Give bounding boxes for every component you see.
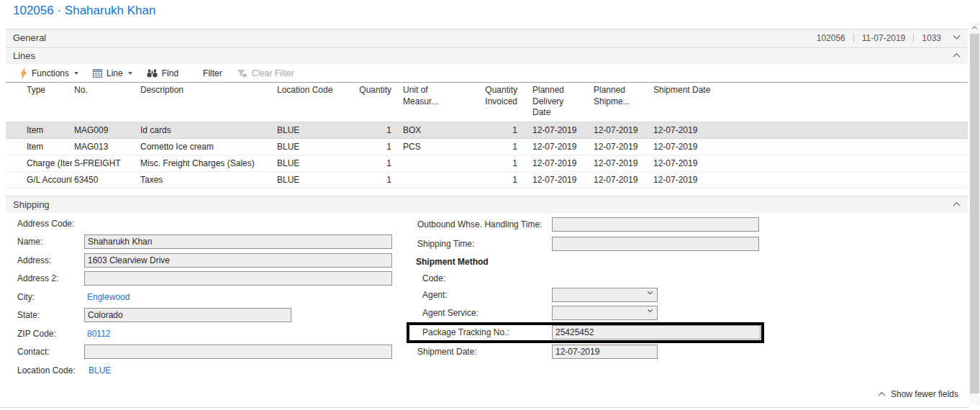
cell-description[interactable]: Cornetto Ice cream <box>138 138 275 155</box>
clear-filter-button[interactable]: Clear Filter <box>230 65 301 82</box>
outbound-handling-label: Outbound Whse. Handling Time: <box>417 219 552 229</box>
address2-field[interactable] <box>84 271 392 286</box>
cell-quantity-invoiced[interactable]: 1 <box>460 155 522 171</box>
chevron-up-icon <box>879 391 886 398</box>
cell-no[interactable]: 63450 <box>72 171 138 188</box>
column-header-quantity[interactable]: Quantity <box>340 83 396 122</box>
lines-toolbar: Functions Line Find Filter Clear Filter <box>6 65 968 83</box>
cell-planned-delivery-date[interactable]: 12-07-2019 <box>522 138 584 155</box>
shipping-collapse-button[interactable] <box>954 202 959 207</box>
cell-planned-delivery-date[interactable]: 12-07-2019 <box>522 171 584 188</box>
cell-no[interactable]: S-FREIGHT <box>72 155 138 171</box>
city-link[interactable]: Englewood <box>84 292 130 302</box>
shipment-date-field[interactable] <box>552 345 658 359</box>
state-field[interactable] <box>84 308 291 322</box>
cell-no[interactable]: MAG009 <box>72 122 138 138</box>
shipping-time-field[interactable] <box>552 237 759 251</box>
cell-planned-shipment-date[interactable]: 12-07-2019 <box>584 171 643 188</box>
cell-planned-shipment-date[interactable]: 12-07-2019 <box>584 122 643 138</box>
cell-quantity-invoiced[interactable]: 1 <box>460 171 522 188</box>
location-code-label: Location Code: <box>17 365 84 375</box>
shipment-date-label: Shipment Date: <box>417 347 552 357</box>
caret-down-icon <box>128 72 132 75</box>
section-general-header[interactable]: General 102056 11-07-2019 1033 <box>6 29 968 46</box>
cell-location-code[interactable]: BLUE <box>275 122 340 138</box>
show-fewer-fields-button[interactable]: Show fewer fields <box>879 389 958 399</box>
cell-description[interactable]: Taxes <box>138 171 275 188</box>
filter-button-label: Filter <box>203 68 222 78</box>
name-field[interactable] <box>84 234 392 249</box>
cell-quantity[interactable]: 1 <box>340 155 396 171</box>
cell-description[interactable]: Id cards <box>138 122 275 138</box>
column-header-no[interactable]: No. <box>72 83 138 122</box>
cell-planned-shipment-date[interactable]: 12-07-2019 <box>584 138 643 155</box>
field-row-package-tracking: Package Tracking No.: <box>417 322 791 342</box>
vertical-scrollbar[interactable] <box>969 22 980 405</box>
column-header-unit-of-measure[interactable]: Unit of Measur... <box>396 83 460 122</box>
address2-label: Address 2: <box>17 273 84 283</box>
agent-dropdown[interactable] <box>552 288 658 302</box>
column-header-quantity-invoiced[interactable]: Quantity Invoiced <box>460 83 522 122</box>
location-code-link[interactable]: BLUE <box>84 365 111 375</box>
column-header-location-code[interactable]: Location Code <box>275 83 340 122</box>
cell-type[interactable]: Item <box>6 138 72 155</box>
section-lines-header[interactable]: Lines <box>6 47 968 64</box>
general-expand-button[interactable] <box>954 35 959 40</box>
table-row[interactable]: G/L Account 63450 Taxes BLUE 1 1 12-07-2… <box>6 171 968 188</box>
name-label: Name: <box>17 237 84 247</box>
filter-button[interactable]: Filter <box>196 65 230 82</box>
cell-type[interactable]: G/L Account <box>6 171 72 188</box>
table-row[interactable]: Charge (Item) S-FREIGHT Misc. Freight Ch… <box>6 155 968 171</box>
cell-quantity[interactable]: 1 <box>340 138 396 155</box>
cell-unit-of-measure[interactable]: BOX <box>396 122 460 138</box>
cell-shipment-date[interactable]: 12-07-2019 <box>643 138 715 155</box>
shipment-method-group-label: Shipment Method <box>416 257 489 267</box>
chevron-up-icon <box>953 53 961 60</box>
table-row[interactable]: Item MAG013 Cornetto Ice cream BLUE 1 PC… <box>6 138 968 155</box>
address-field[interactable] <box>84 253 392 268</box>
cell-quantity-invoiced[interactable]: 1 <box>460 138 522 155</box>
cell-shipment-date[interactable]: 12-07-2019 <box>643 122 715 138</box>
cell-shipment-date[interactable]: 12-07-2019 <box>643 155 715 171</box>
cell-quantity[interactable]: 1 <box>340 122 396 138</box>
scrollbar-thumb[interactable] <box>970 34 979 393</box>
cell-unit-of-measure[interactable] <box>396 171 460 188</box>
cell-location-code[interactable]: BLUE <box>275 171 340 188</box>
cell-planned-shipment-date[interactable]: 12-07-2019 <box>584 155 643 171</box>
cell-unit-of-measure[interactable] <box>396 155 460 171</box>
contact-field[interactable] <box>84 345 392 359</box>
package-tracking-label: Package Tracking No.: <box>417 327 552 337</box>
functions-menu-button[interactable]: Functions <box>13 65 86 82</box>
cell-quantity[interactable]: 1 <box>340 171 396 188</box>
outbound-handling-field[interactable] <box>552 217 759 232</box>
cell-type[interactable]: Charge (Item) <box>6 155 72 171</box>
cell-description[interactable]: Misc. Freight Charges (Sales) <box>138 155 275 171</box>
column-header-description[interactable]: Description <box>138 83 275 122</box>
cell-shipment-date[interactable]: 12-07-2019 <box>643 171 715 188</box>
cell-location-code[interactable]: BLUE <box>275 155 340 171</box>
column-header-planned-delivery-date[interactable]: Planned Delivery Date <box>522 83 584 122</box>
package-tracking-field[interactable] <box>552 325 761 340</box>
column-header-type[interactable]: Type <box>6 83 72 122</box>
cell-location-code[interactable]: BLUE <box>275 138 340 155</box>
table-row[interactable]: Item MAG009 Id cards BLUE 1 BOX 1 12-07-… <box>6 122 968 138</box>
line-menu-button[interactable]: Line <box>86 65 140 82</box>
clear-filter-button-label: Clear Filter <box>252 68 294 78</box>
cell-no[interactable]: MAG013 <box>72 138 138 155</box>
lines-collapse-button[interactable] <box>954 53 959 58</box>
scroll-up-button[interactable] <box>969 22 980 33</box>
cell-type[interactable]: Item <box>6 122 72 138</box>
shipping-time-label: Shipping Time: <box>417 239 552 249</box>
zip-code-link[interactable]: 80112 <box>84 329 110 339</box>
caret-down-icon <box>74 72 78 75</box>
column-header-shipment-date[interactable]: Shipment Date <box>643 83 715 122</box>
section-general-label: General <box>13 32 46 43</box>
cell-quantity-invoiced[interactable]: 1 <box>460 122 522 138</box>
agent-service-dropdown[interactable] <box>552 306 658 320</box>
column-header-planned-shipment-date[interactable]: Planned Shipme... <box>584 83 643 122</box>
cell-planned-delivery-date[interactable]: 12-07-2019 <box>522 155 584 171</box>
find-button[interactable]: Find <box>140 65 186 82</box>
cell-planned-delivery-date[interactable]: 12-07-2019 <box>522 122 584 138</box>
cell-unit-of-measure[interactable]: PCS <box>396 138 460 155</box>
section-shipping-header[interactable]: Shipping <box>6 196 968 213</box>
